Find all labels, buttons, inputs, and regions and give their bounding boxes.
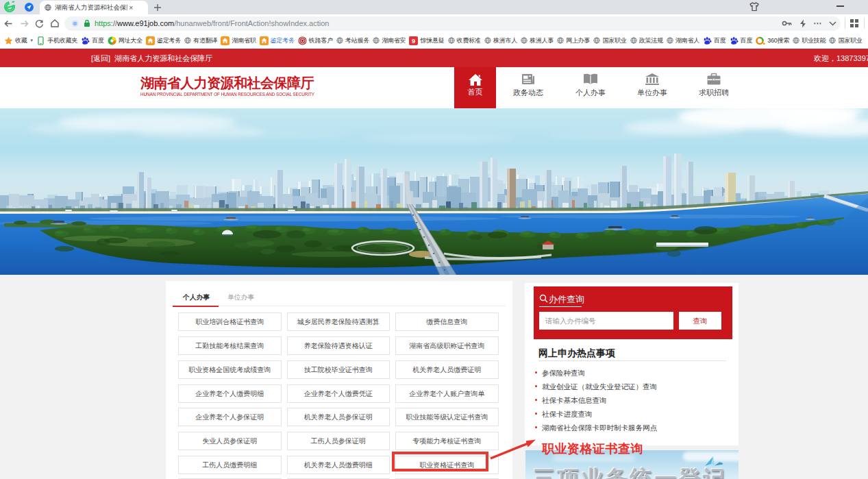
svg-text:9: 9	[412, 38, 415, 45]
